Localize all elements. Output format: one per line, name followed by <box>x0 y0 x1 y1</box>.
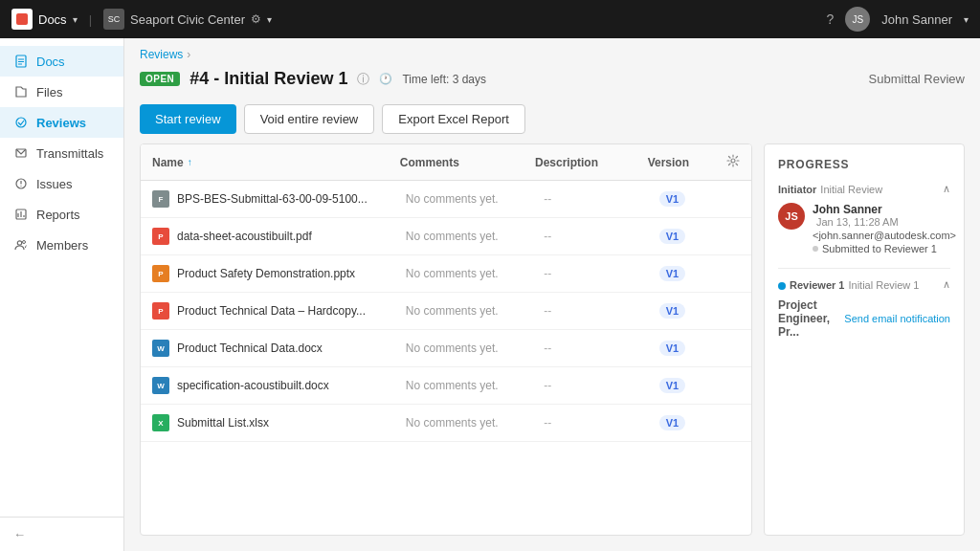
col-comments: Comments <box>400 156 535 169</box>
initiator-date: Jan 13, 11:28 AM <box>816 216 899 228</box>
section-divider <box>778 268 950 269</box>
reviewer1-row: Project Engineer, Pr... Send email notif… <box>778 298 950 339</box>
send-email-link[interactable]: Send email notification <box>844 313 950 324</box>
docs-icon <box>13 54 29 69</box>
file-comments-cell: No comments yet. <box>406 416 544 430</box>
issues-icon <box>13 176 29 191</box>
file-description-cell: -- <box>544 192 658 206</box>
initiator-section: Initiator Initial Review ∧ JS John Sanne… <box>778 183 950 254</box>
sidebar-reviews-label: Reviews <box>36 116 86 130</box>
file-description-cell: -- <box>544 267 658 280</box>
start-review-button[interactable]: Start review <box>140 104 236 134</box>
submittal-review-link[interactable]: Submittal Review <box>869 72 965 86</box>
file-version-cell: V1 <box>659 415 740 430</box>
file-comments-cell: No comments yet. <box>406 267 544 280</box>
file-name-cell: X Submittal List.xlsx <box>152 414 406 431</box>
file-version-cell: V1 <box>659 191 740 207</box>
avatar: JS <box>845 7 870 32</box>
reviewer1-header: Reviewer 1 Initial Review 1 ∧ <box>778 278 950 291</box>
status-dot-icon <box>813 246 818 252</box>
time-left: Time left: 3 days <box>402 73 486 86</box>
svg-point-15 <box>23 241 26 244</box>
file-description-cell: -- <box>544 379 658 392</box>
sidebar-item-docs[interactable]: Docs <box>0 46 123 77</box>
sidebar-issues-label: Issues <box>36 177 73 191</box>
file-name-cell: P Product Technical Data – Hardcopy... <box>152 302 406 320</box>
reviewer1-section: Reviewer 1 Initial Review 1 ∧ Project En… <box>778 278 950 339</box>
main-layout: Docs Files Reviews Transmittals Issues <box>0 38 980 551</box>
files-icon <box>13 84 29 99</box>
file-icon: P <box>152 265 169 282</box>
breadcrumb-separator: › <box>187 48 190 61</box>
reviewer1-collapse-icon[interactable]: ∧ <box>943 278 950 291</box>
project-chevron: ▾ <box>267 14 272 25</box>
reports-icon <box>13 207 29 222</box>
file-icon: P <box>152 302 169 320</box>
initiator-header: Initiator Initial Review ∧ <box>778 183 950 195</box>
initiator-avatar: JS <box>778 203 805 230</box>
table-row[interactable]: P Product Safety Demonstration.pptx No c… <box>141 255 751 293</box>
progress-panel: PROGRESS Initiator Initial Review ∧ JS J… <box>764 143 965 536</box>
project-settings-icon[interactable]: ⚙ <box>251 12 261 26</box>
sidebar-item-files[interactable]: Files <box>0 77 123 107</box>
file-icon: W <box>152 340 169 357</box>
app-logo[interactable]: Docs ▾ <box>11 9 78 30</box>
void-review-button[interactable]: Void entire review <box>244 104 375 134</box>
reviews-icon <box>13 115 29 130</box>
initiator-row: JS John Sanner Jan 13, 11:28 AM <john.sa… <box>778 203 950 254</box>
export-excel-button[interactable]: Export Excel Report <box>382 104 525 134</box>
table-row[interactable]: W Product Technical Data.docx No comment… <box>141 330 751 367</box>
initiator-collapse-icon[interactable]: ∧ <box>943 183 950 195</box>
topbar-right: ? JS John Sanner ▾ <box>826 7 969 32</box>
sidebar-item-members[interactable]: Members <box>0 230 123 260</box>
table-row[interactable]: X Submittal List.xlsx No comments yet. -… <box>141 405 751 442</box>
sort-icon: ↑ <box>188 157 192 167</box>
sidebar-collapse-button[interactable]: ← <box>0 517 123 551</box>
user-chevron: ▾ <box>964 14 969 25</box>
reviewer1-dot-icon <box>778 282 786 290</box>
file-description-cell: -- <box>544 230 658 243</box>
file-name-cell: F BPS-BES-Submittal-63-00-09-5100... <box>152 190 406 208</box>
action-bar: Start review Void entire review Export E… <box>124 99 980 143</box>
svg-point-14 <box>17 241 21 245</box>
initiator-info: John Sanner Jan 13, 11:28 AM <john.sanne… <box>813 203 956 254</box>
file-version-cell: V1 <box>659 378 740 393</box>
files-panel: Name ↑ Comments Description Version F <box>140 143 752 536</box>
table-row[interactable]: W specification-acoustibuilt.docx No com… <box>141 367 751 405</box>
table-row[interactable]: F BPS-BES-Submittal-63-00-09-5100... No … <box>141 181 751 218</box>
sidebar-files-label: Files <box>36 85 62 99</box>
project-selector[interactable]: SC Seaport Civic Center ⚙ ▾ <box>103 9 272 30</box>
sidebar-item-reports[interactable]: Reports <box>0 199 123 230</box>
breadcrumb-reviews[interactable]: Reviews <box>140 48 183 61</box>
help-icon[interactable]: ? <box>826 11 834 27</box>
file-icon: X <box>152 414 169 431</box>
sidebar-item-reviews[interactable]: Reviews <box>0 107 123 138</box>
table-row[interactable]: P Product Technical Data – Hardcopy... N… <box>141 293 751 330</box>
file-icon: F <box>152 190 169 208</box>
transmittals-icon <box>13 145 29 161</box>
svg-rect-0 <box>16 13 28 25</box>
sidebar-item-issues[interactable]: Issues <box>0 168 123 199</box>
file-version-cell: V1 <box>659 303 740 319</box>
sidebar-item-transmittals[interactable]: Transmittals <box>0 138 123 168</box>
sidebar-members-label: Members <box>36 238 88 253</box>
status-badge: OPEN <box>140 72 180 86</box>
table-settings-icon[interactable] <box>726 154 740 170</box>
app-label[interactable]: Docs <box>38 12 67 27</box>
members-icon <box>13 237 29 253</box>
reviewer1-name: Project Engineer, Pr... <box>778 298 844 339</box>
file-version-cell: V1 <box>659 266 740 281</box>
project-name: Seaport Civic Center <box>130 12 245 27</box>
user-name: John Sanner <box>881 12 952 27</box>
info-icon[interactable]: ⓘ <box>357 71 369 88</box>
col-name[interactable]: Name ↑ <box>152 156 400 169</box>
sidebar: Docs Files Reviews Transmittals Issues <box>0 38 124 551</box>
initiator-label: Initiator <box>778 184 816 195</box>
file-comments-cell: No comments yet. <box>406 379 544 392</box>
autodesk-logo-icon <box>11 9 33 30</box>
table-row[interactable]: P data-sheet-acoustibuilt.pdf No comment… <box>141 218 751 255</box>
sidebar-transmittals-label: Transmittals <box>36 146 103 161</box>
file-comments-cell: No comments yet. <box>406 342 544 355</box>
file-name-cell: W specification-acoustibuilt.docx <box>152 377 406 394</box>
col-description: Description <box>535 156 648 169</box>
